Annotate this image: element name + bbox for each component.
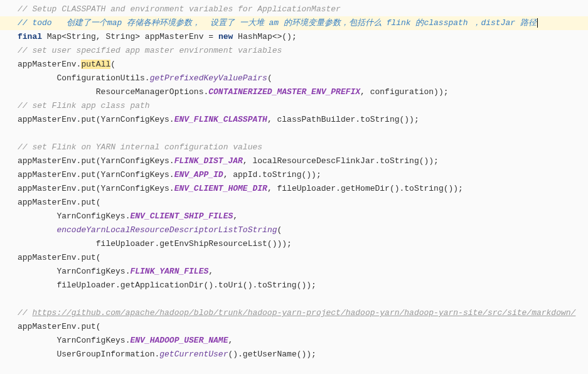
- code-line-highlighted: // todo 创建了一个map 存储各种环境参数， 设置了 一大堆 am 的环…: [0, 16, 588, 30]
- code-text: appMasterEnv.put(: [18, 322, 101, 331]
- code-line: fileUploader.getEnvShipResourceList()));: [0, 237, 588, 251]
- constant: ENV_CLIENT_SHIP_FILES: [130, 211, 233, 221]
- constant: FLINK_YARN_FILES: [130, 267, 208, 276]
- code-line: appMasterEnv.put(YarnConfigKeys.FLINK_DI…: [0, 154, 588, 168]
- code-line: final Map<String, String> appMasterEnv =…: [0, 30, 588, 44]
- comment: // set user specified app master environ…: [18, 46, 282, 55]
- code-line: appMasterEnv.put(YarnConfigKeys.ENV_FLIN…: [0, 113, 588, 127]
- code-line: appMasterEnv.put(YarnConfigKeys.ENV_CLIE…: [0, 182, 588, 196]
- code-line: // https://github.com/apache/hadoop/blob…: [0, 306, 588, 320]
- code-text: fileUploader.getApplicationDir().toUri()…: [18, 280, 316, 290]
- code-text: , fileUploader.getHomeDir().toString());: [267, 184, 463, 193]
- code-text: YarnConfigKeys.: [18, 267, 130, 276]
- constant: CONTAINERIZED_MASTER_ENV_PREFIX: [208, 87, 360, 97]
- code-text: ,: [233, 211, 238, 221]
- code-line: fileUploader.getApplicationDir().toUri()…: [0, 279, 588, 292]
- constant: ENV_FLINK_CLASSPATH: [174, 115, 267, 124]
- code-text: Map<String, String> appMasterEnv =: [42, 32, 218, 41]
- code-line: appMasterEnv.putAll(: [0, 58, 588, 72]
- code-text: UserGroupInformation.: [18, 350, 159, 359]
- comment: // set Flink on YARN internal configurat…: [18, 142, 262, 152]
- keyword-new: new: [218, 32, 233, 41]
- code-text: , appId.toString());: [223, 170, 321, 179]
- constant: ENV_CLIENT_HOME_DIR: [174, 184, 267, 193]
- code-text: appMasterEnv.: [18, 60, 81, 69]
- code-text: appMasterEnv.put(YarnConfigKeys.: [18, 184, 174, 193]
- code-line: ConfigurationUtils.getPrefixedKeyValuePa…: [0, 72, 588, 85]
- code-line: // Setup CLASSPATH and environment varia…: [0, 3, 588, 16]
- text-cursor: [537, 18, 538, 28]
- code-text: appMasterEnv.put(: [18, 253, 101, 262]
- constant: ENV_HADOOP_USER_NAME: [130, 336, 228, 345]
- comment-prefix: //: [18, 18, 32, 28]
- keyword-final: final: [18, 32, 42, 41]
- code-line: YarnConfigKeys.ENV_HADOOP_USER_NAME,: [0, 334, 588, 348]
- comment: // set Flink app class path: [18, 101, 150, 110]
- code-line: encodeYarnLocalResourceDescriptorListToS…: [0, 223, 588, 237]
- code-line: appMasterEnv.put(: [0, 251, 588, 265]
- todo-comment: todo 创建了一个map 存储各种环境参数， 设置了 一大堆 am 的环境变量…: [32, 18, 536, 28]
- static-method: encodeYarnLocalResourceDescriptorListToS…: [56, 225, 277, 235]
- code-text: ().getUserName());: [228, 350, 316, 359]
- code-text: HashMap<>();: [233, 32, 296, 41]
- code-text: (: [277, 225, 282, 235]
- code-line-empty: [0, 292, 588, 306]
- code-text: , localResourceDescFlinkJar.toString());: [243, 156, 439, 166]
- code-line: appMasterEnv.put(YarnConfigKeys.ENV_APP_…: [0, 168, 588, 182]
- code-text: ConfigurationUtils.: [18, 73, 150, 83]
- code-line: appMasterEnv.put(: [0, 320, 588, 334]
- code-editor[interactable]: // Setup CLASSPATH and environment varia…: [0, 0, 588, 364]
- constant: ENV_APP_ID: [174, 170, 223, 179]
- static-method: getCurrentUser: [159, 350, 228, 359]
- code-text: YarnConfigKeys.: [18, 211, 130, 221]
- code-text: , configuration));: [360, 87, 448, 97]
- code-line-empty: [0, 127, 588, 141]
- static-method: getPrefixedKeyValuePairs: [150, 73, 267, 83]
- code-line: YarnConfigKeys.ENV_CLIENT_SHIP_FILES,: [0, 210, 588, 223]
- code-text: appMasterEnv.put(: [18, 198, 101, 207]
- comment-url: https://github.com/apache/hadoop/blob/tr…: [32, 308, 575, 318]
- code-text: appMasterEnv.put(YarnConfigKeys.: [18, 170, 174, 179]
- code-text: (: [110, 60, 115, 69]
- code-text: (: [267, 73, 272, 83]
- comment: // Setup CLASSPATH and environment varia…: [18, 4, 341, 14]
- code-text: fileUploader.getEnvShipResourceList()));: [18, 239, 292, 248]
- code-text: ,: [228, 336, 233, 345]
- highlighted-method: putAll: [81, 60, 110, 69]
- code-text: [18, 225, 56, 235]
- code-text: YarnConfigKeys.: [18, 336, 130, 345]
- code-text: ,: [208, 267, 213, 276]
- code-line: UserGroupInformation.getCurrentUser().ge…: [0, 348, 588, 361]
- code-text: appMasterEnv.put(YarnConfigKeys.: [18, 156, 174, 166]
- code-text: , classPathBuilder.toString());: [267, 115, 419, 124]
- code-line: appMasterEnv.put(: [0, 196, 588, 210]
- code-text: ResourceManagerOptions.: [18, 87, 208, 97]
- comment-prefix: //: [18, 308, 32, 318]
- code-line: // set Flink app class path: [0, 99, 588, 113]
- code-line: YarnConfigKeys.FLINK_YARN_FILES,: [0, 265, 588, 279]
- code-text: appMasterEnv.put(YarnConfigKeys.: [18, 115, 174, 124]
- constant: FLINK_DIST_JAR: [174, 156, 243, 166]
- code-line: ResourceManagerOptions.CONTAINERIZED_MAS…: [0, 85, 588, 99]
- code-line: // set user specified app master environ…: [0, 44, 588, 58]
- code-line: // set Flink on YARN internal configurat…: [0, 141, 588, 154]
